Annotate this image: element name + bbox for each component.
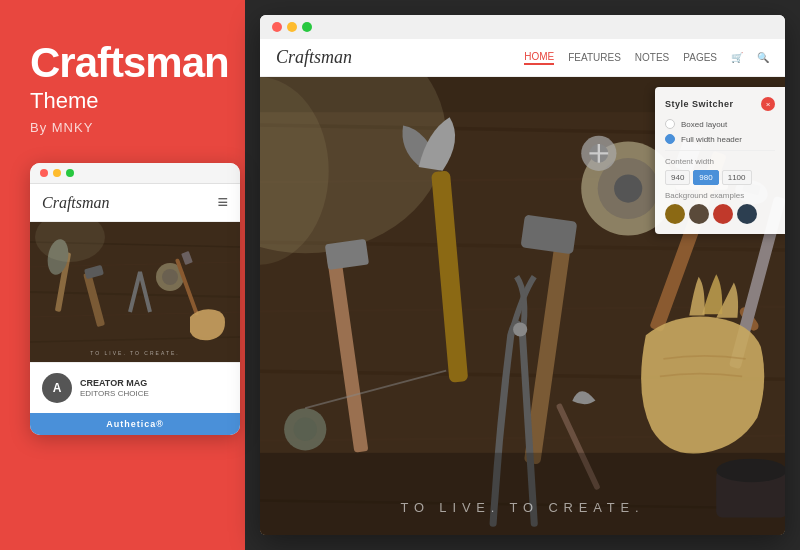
desktop-nav-links: HOME FEATURES NOTES PAGES 🛒 🔍 — [524, 51, 769, 65]
switcher-option-fullwidth[interactable]: Full width header — [665, 134, 775, 144]
left-panel: Craftsman Theme By MNKY Craftsman ≡ — [0, 0, 245, 550]
width-btn-940[interactable]: 940 — [665, 170, 690, 185]
option-boxed-label: Boxed layout — [681, 120, 727, 129]
mobile-dot-yellow — [53, 169, 61, 177]
mobile-bottom-section: A CREATOR MAG EDITORS CHOICE — [30, 362, 240, 413]
bg-swatch-2[interactable] — [689, 204, 709, 224]
style-switcher-panel: Style Switcher × Boxed layout Full width… — [655, 87, 785, 234]
width-btn-1100[interactable]: 1100 — [722, 170, 752, 185]
desktop-dot-red — [272, 22, 282, 32]
brand-title: Craftsman — [30, 40, 220, 86]
desktop-top-bar — [260, 15, 785, 39]
svg-text:TO LIVE.  TO CREATE.: TO LIVE. TO CREATE. — [400, 500, 644, 515]
creator-name: CREATOR MAG — [80, 378, 149, 388]
mobile-tools-svg: TO LIVE. TO CREATE. — [30, 222, 240, 362]
desktop-dot-yellow — [287, 22, 297, 32]
bg-swatches — [665, 204, 775, 224]
mobile-dot-green — [66, 169, 74, 177]
switcher-divider — [665, 150, 775, 151]
nav-home[interactable]: HOME — [524, 51, 554, 65]
desktop-hero: TO LIVE. TO CREATE. Style Switcher × Box… — [260, 77, 785, 535]
desktop-mockup: Craftsman HOME FEATURES NOTES PAGES 🛒 🔍 — [260, 15, 785, 535]
nav-pages[interactable]: PAGES — [683, 52, 717, 63]
mobile-dot-red — [40, 169, 48, 177]
svg-text:TO LIVE. TO CREATE.: TO LIVE. TO CREATE. — [90, 350, 179, 356]
switcher-option-boxed[interactable]: Boxed layout — [665, 119, 775, 129]
nav-notes[interactable]: NOTES — [635, 52, 669, 63]
bg-examples-label: Background examples — [665, 191, 775, 200]
switcher-close-button[interactable]: × — [761, 97, 775, 111]
svg-point-11 — [162, 269, 178, 285]
creator-logo-icon: A — [42, 373, 72, 403]
nav-search-icon[interactable]: 🔍 — [757, 52, 769, 63]
authetca-badge[interactable]: Authetica® — [30, 413, 240, 435]
bg-swatch-4[interactable] — [737, 204, 757, 224]
bg-swatch-3[interactable] — [713, 204, 733, 224]
desktop-logo: Craftsman — [276, 47, 352, 68]
mobile-logo: Craftsman — [42, 194, 110, 212]
desktop-dot-green — [302, 22, 312, 32]
svg-point-50 — [294, 418, 317, 441]
brand-subtitle: Theme — [30, 88, 220, 114]
right-panel: Craftsman HOME FEATURES NOTES PAGES 🛒 🔍 — [245, 0, 800, 550]
mobile-hamburger-icon: ≡ — [217, 192, 228, 213]
switcher-header: Style Switcher × — [665, 97, 775, 111]
option-fullwidth-label: Full width header — [681, 135, 742, 144]
radio-boxed[interactable] — [665, 119, 675, 129]
mobile-mockup: Craftsman ≡ — [30, 163, 240, 435]
svg-point-31 — [513, 322, 527, 336]
creator-info: CREATOR MAG EDITORS CHOICE — [80, 378, 149, 399]
svg-rect-52 — [260, 453, 785, 535]
nav-cart-icon[interactable]: 🛒 — [731, 52, 743, 63]
radio-fullwidth[interactable] — [665, 134, 675, 144]
nav-features[interactable]: FEATURES — [568, 52, 621, 63]
mobile-hero-image: TO LIVE. TO CREATE. — [30, 222, 240, 362]
bg-swatch-1[interactable] — [665, 204, 685, 224]
mobile-top-bar — [30, 163, 240, 184]
width-buttons-group: 940 980 1100 — [665, 170, 775, 185]
switcher-title: Style Switcher — [665, 99, 734, 109]
content-width-label: Content width — [665, 157, 775, 166]
creator-subtitle: EDITORS CHOICE — [80, 388, 149, 399]
desktop-nav: Craftsman HOME FEATURES NOTES PAGES 🛒 🔍 — [260, 39, 785, 77]
svg-point-34 — [614, 174, 642, 202]
width-btn-980[interactable]: 980 — [693, 170, 718, 185]
mobile-nav: Craftsman ≡ — [30, 184, 240, 222]
brand-by: By MNKY — [30, 120, 220, 135]
